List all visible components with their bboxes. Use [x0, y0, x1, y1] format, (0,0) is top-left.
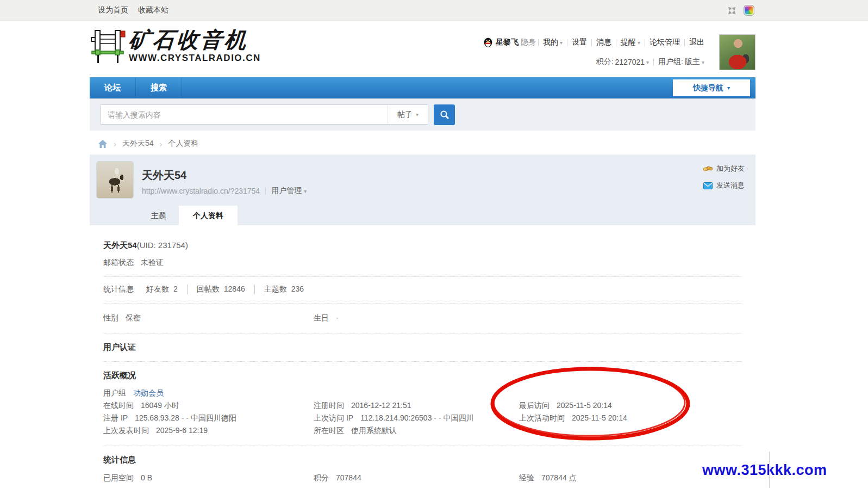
- menu-my[interactable]: 我的▾: [543, 38, 563, 47]
- activity-row: 注册 IP125.68.93.28 - - 中国四川德阳 上次访问 IP112.…: [103, 412, 742, 424]
- divider: [567, 39, 567, 46]
- email-status-label: 邮箱状态: [103, 258, 134, 268]
- divider: [684, 39, 685, 46]
- stats-summary-row: 统计信息 好友数2 回帖数12846 主题数236: [103, 285, 742, 294]
- divider: [538, 39, 539, 46]
- nav-search[interactable]: 搜索: [136, 77, 182, 98]
- menu-messages[interactable]: 消息: [596, 38, 611, 47]
- chevron-down-icon: ▾: [646, 59, 649, 65]
- top-utility-inner: 设为首页 收藏本站: [90, 0, 755, 21]
- search-input[interactable]: [101, 105, 388, 124]
- threads-count-link[interactable]: 主题数236: [254, 285, 313, 294]
- activity-rows: 用户组 功勋会员 在线时间16049 小时 注册时间2016-12-12 21:…: [103, 387, 742, 437]
- credits-field: 积分707844: [314, 472, 519, 484]
- profile-content: 天外天54(UID: 231754) 邮箱状态 未验证 统计信息 好友数2 回帖…: [90, 225, 755, 484]
- credits-value: 2127021: [615, 58, 645, 66]
- menu-forum-admin[interactable]: 论坛管理: [650, 38, 680, 47]
- chevron-down-icon: ▾: [304, 188, 307, 194]
- divider: [616, 39, 616, 46]
- nav-items: 论坛 搜索: [90, 77, 755, 98]
- profile-meta: http://www.crystalradio.cn/?231754 用户管理▾: [142, 186, 307, 196]
- profile-actions: 加为好友 发送消息: [703, 164, 745, 190]
- menu-settings[interactable]: 设置: [572, 38, 587, 47]
- friends-count-link[interactable]: 好友数2: [137, 285, 187, 294]
- register-ip-field: 注册 IP125.68.93.28 - - 中国四川德阳: [103, 412, 314, 424]
- activity-row: 上次发表时间2025-9-6 12:19 所在时区使用系统默认: [103, 424, 742, 437]
- breadcrumb-page[interactable]: 个人资料: [168, 139, 199, 149]
- user-panel-stats: 积分: 2127021 ▾ 用户组: 版主 ▾: [592, 57, 709, 67]
- current-username[interactable]: 星黎飞: [496, 38, 519, 47]
- fullscreen-expand-icon[interactable]: [727, 5, 737, 16]
- quick-nav-button[interactable]: 快捷导航▾: [673, 79, 750, 96]
- tab-profile[interactable]: 个人资料: [179, 206, 238, 225]
- activity-row: 用户组 功勋会员: [103, 387, 742, 399]
- chevron-down-icon: ▾: [727, 85, 730, 91]
- main-nav: 论坛 搜索 快捷导航▾: [90, 77, 755, 98]
- handshake-icon: [703, 165, 713, 172]
- divider: [645, 39, 645, 46]
- stats-summary-label: 统计信息: [103, 285, 134, 294]
- chevron-down-icon: ▾: [702, 59, 704, 65]
- profile-page: 设为首页 收藏本站: [0, 0, 868, 488]
- divider: [103, 333, 742, 333]
- section-statistics: 统计信息: [103, 455, 742, 465]
- profile-banner: 天外天54 http://www.crystalradio.cn/?231754…: [90, 155, 755, 225]
- user-manage-dropdown[interactable]: 用户管理▾: [271, 186, 307, 196]
- menu-logout[interactable]: 退出: [689, 38, 704, 47]
- search-strip: 帖子▾: [90, 98, 755, 131]
- tab-threads[interactable]: 主题: [139, 206, 179, 225]
- send-message-button[interactable]: 发送消息: [703, 181, 745, 190]
- last-visit-field: 最后访问2025-11-5 20:14: [519, 399, 742, 412]
- site-header: 矿石收音机 WWW.CRYSTALRADIO.CN 星黎飞 隐身 我的▾: [0, 21, 868, 77]
- watermark-text: www.315kkk.com: [702, 462, 827, 479]
- profile-username: 天外天54: [142, 168, 186, 183]
- activity-row: 在线时间16049 小时 注册时间2016-12-12 21:51 最后访问20…: [103, 399, 742, 412]
- site-logo[interactable]: 矿石收音机 WWW.CRYSTALRADIO.CN: [91, 28, 261, 65]
- qq-penguin-icon: [484, 38, 492, 47]
- credits-label: 积分:: [596, 57, 614, 67]
- used-space-field: 已用空间0 B: [103, 472, 314, 484]
- divider: [653, 59, 654, 66]
- uid-value: (UID: 231754): [137, 240, 188, 250]
- menu-notices[interactable]: 提醒▾: [621, 38, 640, 47]
- credits-dropdown[interactable]: 积分: 2127021 ▾: [596, 57, 649, 67]
- chevron-down-icon: ▾: [560, 40, 563, 46]
- profile-url-link[interactable]: http://www.crystalradio.cn/?231754: [142, 187, 260, 195]
- search-scope-dropdown[interactable]: 帖子▾: [388, 105, 428, 124]
- topbar-icons: [727, 5, 754, 16]
- uid-username: 天外天54: [103, 240, 137, 250]
- profile-avatar[interactable]: [97, 162, 133, 198]
- set-homepage-link[interactable]: 设为首页: [98, 5, 128, 15]
- email-status-value: 未验证: [141, 258, 164, 268]
- chevron-down-icon: ▾: [638, 40, 640, 46]
- divider: [103, 303, 742, 304]
- top-utility-bar: 设为首页 收藏本站: [0, 0, 868, 21]
- birthday-field: 生日-: [314, 312, 519, 324]
- logo-text: 矿石收音机 WWW.CRYSTALRADIO.CN: [129, 28, 261, 64]
- breadcrumb-user[interactable]: 天外天54: [122, 139, 154, 149]
- usergroup-link[interactable]: 功勋会员: [133, 387, 164, 399]
- current-user-avatar[interactable]: [719, 34, 755, 70]
- user-panel-menu: 星黎飞 隐身 我的▾ 设置 消息 提醒▾ 论坛管理 退出: [484, 38, 709, 47]
- bookmark-site-link[interactable]: 收藏本站: [138, 5, 168, 15]
- invisible-status[interactable]: 隐身: [521, 38, 536, 47]
- theme-color-icon[interactable]: [744, 5, 754, 16]
- search-submit-button[interactable]: [434, 104, 455, 125]
- online-time-field: 在线时间16049 小时: [103, 399, 314, 412]
- last-activity-time-field: 上次活动时间2025-11-5 20:14: [519, 412, 742, 424]
- replies-count-link[interactable]: 回帖数12846: [187, 285, 254, 294]
- home-icon[interactable]: [98, 139, 108, 149]
- breadcrumb-separator: ›: [160, 139, 163, 149]
- usergroup-value: 版主: [685, 57, 700, 67]
- add-friend-button[interactable]: 加为好友: [703, 164, 745, 174]
- breadcrumb: › 天外天54 › 个人资料: [90, 131, 755, 155]
- basic-info-row: 性别保密 生日-: [103, 312, 742, 324]
- usergroup-dropdown[interactable]: 用户组: 版主 ▾: [658, 57, 704, 67]
- usergroup-field: 用户组 功勋会员: [103, 387, 314, 399]
- divider: [103, 276, 742, 277]
- chevron-down-icon: ▾: [416, 112, 419, 118]
- divider: [265, 188, 266, 195]
- timezone-field: 所在时区使用系统默认: [314, 424, 519, 437]
- profile-tabs: 主题 个人资料: [139, 206, 238, 225]
- nav-forum[interactable]: 论坛: [90, 77, 136, 98]
